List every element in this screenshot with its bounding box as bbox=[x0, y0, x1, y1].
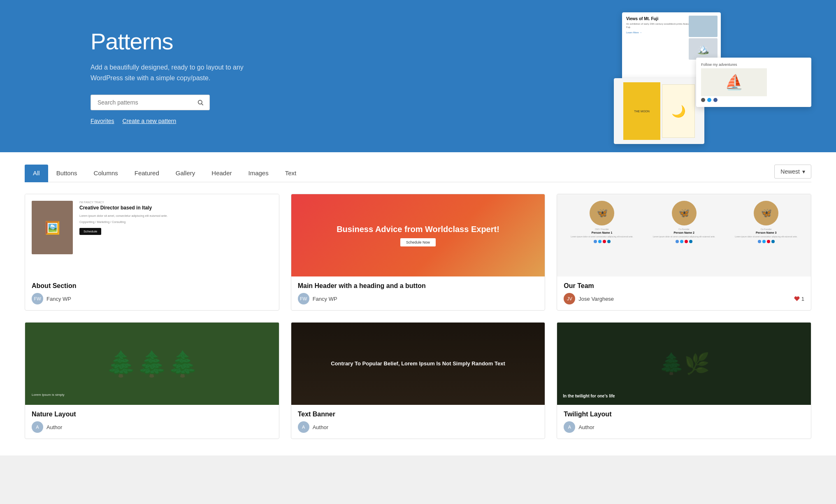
card-thumb-twilight: 🌲🌿 In the twilight for one's life bbox=[557, 323, 811, 405]
card-main-header[interactable]: Business Advice from Worldclass Expert! … bbox=[291, 194, 546, 311]
hero-section: Patterns Add a beautifully designed, rea… bbox=[0, 0, 836, 152]
tab-header[interactable]: Header bbox=[203, 165, 240, 182]
card-meta-about: About Section FW Fancy WP bbox=[25, 276, 279, 310]
card-author-about: FW Fancy WP bbox=[32, 293, 272, 304]
search-button[interactable] bbox=[195, 98, 205, 107]
portrait-image: 🖼️ bbox=[32, 201, 73, 254]
hero-links: Favorites Create a new pattern bbox=[91, 118, 247, 124]
search-icon bbox=[197, 99, 204, 106]
card-about-section[interactable]: 🖼️ I'M FANCY TRACY Creative Director bas… bbox=[25, 194, 279, 311]
page-title: Patterns bbox=[91, 28, 247, 55]
author-avatar-twilight: A bbox=[564, 421, 575, 433]
heart-icon bbox=[794, 296, 800, 302]
card-title-twilight: Twilight Layout bbox=[564, 411, 804, 418]
tab-text[interactable]: Text bbox=[277, 165, 305, 182]
tab-columns[interactable]: Columns bbox=[86, 165, 126, 182]
author-name-about: Fancy WP bbox=[46, 296, 71, 302]
author-avatar-team: JV bbox=[564, 293, 575, 304]
author-name-team: Jose Varghese bbox=[578, 296, 614, 302]
card-nature[interactable]: 🌲🌲🌲 Lorem Ipsum is simply Nature Layout … bbox=[25, 322, 279, 439]
hero-content: Patterns Add a beautifully designed, rea… bbox=[0, 28, 247, 124]
svg-point-0 bbox=[198, 100, 202, 104]
belief-text: Contrary To Popular Belief, Lorem Ipsum … bbox=[331, 360, 505, 367]
author-avatar-belief: A bbox=[298, 421, 309, 433]
tab-images[interactable]: Images bbox=[240, 165, 277, 182]
main-header-heading: Business Advice from Worldclass Expert! bbox=[337, 224, 499, 234]
card-thumb-about: 🖼️ I'M FANCY TRACY Creative Director bas… bbox=[25, 194, 279, 276]
author-name-nature: Author bbox=[46, 424, 62, 430]
lorem-text: Lorem Ipsum is simply bbox=[32, 393, 65, 397]
chevron-down-icon: ▾ bbox=[802, 168, 805, 175]
card-meta-team: Our Team JV Jose Varghese 1 bbox=[557, 276, 811, 310]
team-member-1: 🦋 CEO / Founder Person Name 1 Lorem ipsu… bbox=[562, 201, 642, 243]
author-name-twilight: Author bbox=[578, 424, 594, 430]
team-member-3: 🦋 Co-Founder Person Name 3 Lorem ipsum d… bbox=[726, 201, 806, 243]
sort-label: Newest bbox=[780, 168, 800, 175]
card-title-nature: Nature Layout bbox=[32, 411, 272, 418]
tab-all[interactable]: All bbox=[25, 165, 48, 182]
card-title-main-header: Main Header with a heading and a button bbox=[298, 282, 539, 290]
schedule-now-button[interactable]: Schedule Now bbox=[400, 238, 436, 246]
card-meta-main-header: Main Header with a heading and a button … bbox=[291, 276, 545, 310]
main-content: All Buttons Columns Featured Gallery Hea… bbox=[0, 152, 836, 455]
team-member-2: 🦋 Co-Founder Person Name 2 Lorem ipsum d… bbox=[644, 201, 724, 243]
hero-card-ship: Follow my adventures ⛵ bbox=[696, 58, 811, 107]
card-meta-belief: Text Banner A Author bbox=[291, 405, 545, 439]
author-name-main-header: Fancy WP bbox=[313, 296, 337, 302]
card-title-belief: Text Banner bbox=[298, 411, 539, 418]
card-thumb-team: 🦋 CEO / Founder Person Name 1 Lorem ipsu… bbox=[557, 194, 811, 276]
author-avatar-about: FW bbox=[32, 293, 43, 304]
card-title-about: About Section bbox=[32, 282, 272, 290]
card-thumb-main-header: Business Advice from Worldclass Expert! … bbox=[291, 194, 545, 276]
card-author-main-header: FW Fancy WP bbox=[298, 293, 539, 304]
svg-line-1 bbox=[202, 104, 203, 105]
search-bar bbox=[91, 95, 210, 110]
hero-card-tarot: THE MOON 🌙 bbox=[614, 78, 704, 144]
favorites-link[interactable]: Favorites bbox=[91, 118, 114, 124]
hero-preview-collage: Views of Mt. Fuji An exhibition of early… bbox=[614, 4, 811, 144]
author-avatar-nature: A bbox=[32, 421, 43, 433]
card-thumb-belief: Contrary To Popular Belief, Lorem Ipsum … bbox=[291, 323, 545, 405]
tab-gallery[interactable]: Gallery bbox=[167, 165, 204, 182]
hero-subtitle: Add a beautifully designed, ready to go … bbox=[91, 62, 247, 83]
create-pattern-link[interactable]: Create a new pattern bbox=[123, 118, 176, 124]
tab-featured[interactable]: Featured bbox=[126, 165, 167, 182]
author-name-belief: Author bbox=[313, 424, 328, 430]
card-title-team: Our Team bbox=[564, 282, 804, 290]
card-our-team[interactable]: 🦋 CEO / Founder Person Name 1 Lorem ipsu… bbox=[557, 194, 811, 311]
card-thumb-nature: 🌲🌲🌲 Lorem Ipsum is simply bbox=[25, 323, 279, 405]
card-twilight[interactable]: 🌲🌿 In the twilight for one's life Twilig… bbox=[557, 322, 811, 439]
card-meta-nature: Nature Layout A Author bbox=[25, 405, 279, 439]
search-input[interactable] bbox=[95, 95, 195, 110]
author-avatar-main-header: FW bbox=[298, 293, 309, 304]
card-author-nature: A Author bbox=[32, 421, 272, 433]
like-badge-team: 1 bbox=[794, 296, 804, 302]
filter-bar: All Buttons Columns Featured Gallery Hea… bbox=[25, 165, 811, 182]
card-meta-twilight: Twilight Layout A Author bbox=[557, 405, 811, 439]
like-count: 1 bbox=[801, 296, 804, 302]
twilight-text: In the twilight for one's life bbox=[563, 393, 615, 399]
card-author-belief: A Author bbox=[298, 421, 539, 433]
card-author-twilight: A Author bbox=[564, 421, 804, 433]
about-text-block: I'M FANCY TRACY Creative Director based … bbox=[79, 201, 272, 235]
cards-grid: 🖼️ I'M FANCY TRACY Creative Director bas… bbox=[25, 194, 811, 439]
sort-dropdown[interactable]: Newest ▾ bbox=[774, 165, 811, 179]
card-belief[interactable]: Contrary To Popular Belief, Lorem Ipsum … bbox=[291, 322, 546, 439]
card-author-team: JV Jose Varghese 1 bbox=[564, 293, 804, 304]
tab-buttons[interactable]: Buttons bbox=[48, 165, 86, 182]
